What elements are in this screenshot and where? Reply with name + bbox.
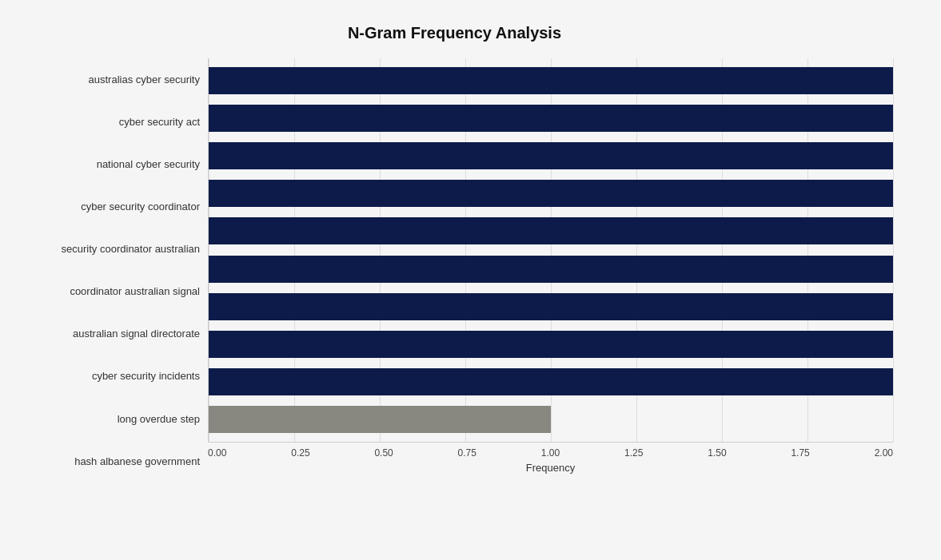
y-label: australian signal directorate — [16, 313, 200, 355]
bar-row — [209, 176, 893, 211]
x-tick: 0.00 — [208, 447, 226, 459]
x-tick: 1.25 — [624, 447, 643, 459]
y-label: security coordinator australian — [16, 228, 200, 270]
bar — [209, 67, 893, 94]
bar — [209, 368, 893, 395]
chart-title: N-Gram Frequency Analysis — [16, 24, 893, 42]
x-tick: 1.75 — [791, 447, 809, 459]
x-tick: 2.00 — [875, 447, 893, 459]
x-tick: 1.50 — [708, 447, 726, 459]
y-label: australias cyber security — [16, 58, 200, 101]
y-label: long overdue step — [16, 398, 200, 440]
bar-row — [209, 101, 893, 136]
y-label: cyber security coordinator — [16, 185, 200, 228]
bar-row — [209, 138, 893, 173]
x-tick: 1.00 — [541, 447, 560, 459]
bars-rows — [209, 58, 893, 442]
y-label: coordinator australian signal — [16, 270, 200, 312]
bar — [209, 256, 893, 283]
x-axis-label: Frequency — [208, 462, 893, 474]
y-label: national cyber security — [16, 143, 200, 185]
bar — [209, 142, 893, 169]
bar-row — [209, 327, 893, 362]
bar-row — [209, 364, 893, 399]
bar — [209, 217, 893, 244]
bar — [209, 105, 893, 132]
chart-container: N-Gram Frequency Analysis australias cyb… — [0, 0, 941, 560]
bars-and-xaxis: 0.000.250.500.751.001.251.501.752.00 Fre… — [208, 58, 893, 483]
x-tick: 0.50 — [374, 447, 393, 459]
bar — [209, 293, 893, 320]
y-axis: australias cyber securitycyber security … — [16, 58, 208, 483]
bar-row — [209, 213, 893, 248]
bar — [209, 331, 893, 358]
y-label: cyber security act — [16, 101, 200, 143]
bar — [209, 180, 893, 207]
y-label: cyber security incidents — [16, 355, 200, 398]
bar — [209, 406, 551, 433]
bar-row — [209, 252, 893, 287]
x-ticks: 0.000.250.500.751.001.251.501.752.00 — [208, 443, 893, 459]
bar-row — [209, 289, 893, 324]
bar-row — [209, 63, 893, 98]
chart-area: australias cyber securitycyber security … — [16, 58, 893, 483]
x-tick: 0.25 — [291, 447, 309, 459]
bar-row — [209, 402, 893, 437]
bars-area — [208, 58, 893, 443]
y-label: hash albanese government — [16, 440, 200, 483]
x-axis: 0.000.250.500.751.001.251.501.752.00 Fre… — [208, 443, 893, 483]
grid-line — [893, 58, 894, 442]
x-tick: 0.75 — [458, 447, 476, 459]
